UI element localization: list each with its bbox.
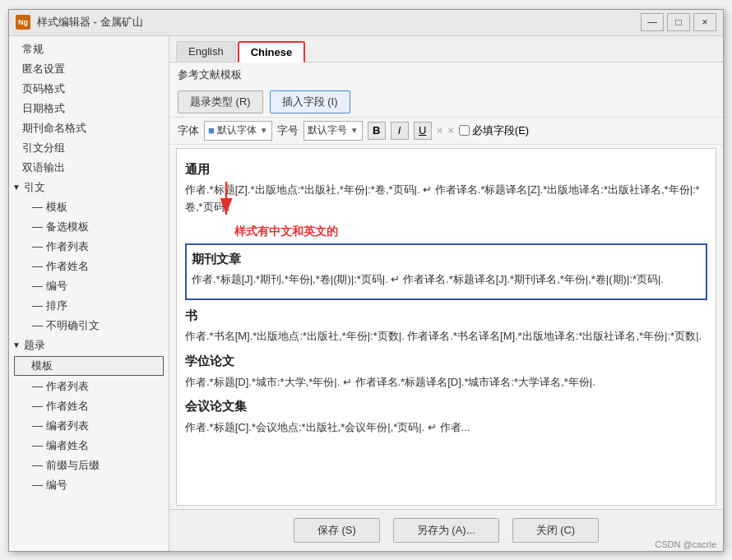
size-select[interactable]: 默认字号 ▼ xyxy=(303,121,363,141)
app-icon: Ng xyxy=(16,15,30,30)
font-select-arrow: ▼ xyxy=(260,126,268,135)
window-title: 样式编辑器 - 金属矿山 xyxy=(37,15,143,30)
sidebar-child-zuozheliebiao1[interactable]: — 作者列表 xyxy=(9,237,169,257)
sidebar-child-zuozheliebiao2[interactable]: — 作者列表 xyxy=(9,377,169,396)
bold-button[interactable]: B xyxy=(368,122,386,140)
size-select-arrow: ▼ xyxy=(350,126,359,135)
italic-button[interactable]: I xyxy=(391,122,409,140)
required-field-checkbox[interactable] xyxy=(459,125,470,136)
sidebar-group-tilu[interactable]: ▼ 题录 xyxy=(9,336,169,355)
sidebar-child-zuozhexingming2[interactable]: — 作者姓名 xyxy=(9,396,169,416)
sidebar-item-riqi[interactable]: 日期格式 xyxy=(9,99,169,118)
sidebar-item-niming[interactable]: 匿名设置 xyxy=(9,59,169,79)
main-window: Ng 样式编辑器 - 金属矿山 — □ × 常规 匿名设置 页码格式 日期格式 … xyxy=(8,9,724,552)
sidebar-child-muban2[interactable]: 模板 xyxy=(14,356,164,376)
chevron-icon: ▼ xyxy=(12,183,21,192)
sidebar-child-bumingque[interactable]: — 不明确引文 xyxy=(9,316,169,336)
sep2: × xyxy=(447,124,454,137)
section-body-tongyong: 作者.*标题[Z].*出版地点:*出版社,*年份|:*卷,*页码|. ↵ 作者译… xyxy=(185,182,707,216)
annotation-text: 样式有中文和英文的 xyxy=(234,224,338,238)
toolbar-row: 题录类型 (R) 插入字段 (I) xyxy=(169,87,723,117)
section-body-qikan: 作者.*标题[J].*期刊,*年份|,*卷|(期)|:*页码|. ↵ 作者译名.… xyxy=(192,271,701,289)
font-row: 字体 ■ 默认字体 ▼ 字号 默认字号 ▼ B I U × × 必填字段 xyxy=(169,117,723,145)
section-title-tongyong: 通用 xyxy=(185,160,707,179)
sidebar-group-tilu-label: 题录 xyxy=(24,338,45,353)
annotation-container: 样式有中文和英文的 xyxy=(185,223,707,240)
required-field-checkbox-label[interactable]: 必填字段(E) xyxy=(459,123,529,138)
section-title-shu: 书 xyxy=(185,307,707,326)
size-label: 字号 xyxy=(277,123,299,138)
title-bar-left: Ng 样式编辑器 - 金属矿山 xyxy=(16,15,143,30)
section-title-qikan: 期刊文章 xyxy=(192,250,701,269)
bottom-bar: 保存 (S) 另存为 (A)... 关闭 (C) CSDN @cacrle xyxy=(169,509,723,551)
sidebar-child-zuozhexingming1[interactable]: — 作者姓名 xyxy=(9,257,169,276)
font-icon: ■ xyxy=(208,124,215,137)
minimize-button[interactable]: — xyxy=(641,13,664,31)
sidebar-child-paixu[interactable]: — 排序 xyxy=(9,296,169,316)
title-bar-controls: — □ × xyxy=(641,13,716,31)
sidebar-child-bianhao1[interactable]: — 编号 xyxy=(9,276,169,296)
chevron-icon-2: ▼ xyxy=(12,340,21,349)
close-dialog-button[interactable]: 关闭 (C) xyxy=(512,518,600,543)
section-title-huiyi: 会议论文集 xyxy=(185,397,707,416)
tabs-bar: English Chinese xyxy=(169,36,723,62)
record-type-button[interactable]: 题录类型 (R) xyxy=(178,90,263,113)
sidebar-child-bianzhelist[interactable]: — 编者列表 xyxy=(9,416,169,436)
section-body-huiyi: 作者.*标题[C].*会议地点:*出版社,*会议年份|,*页码|. ↵ 作者..… xyxy=(185,419,707,437)
underline-button[interactable]: U xyxy=(414,122,432,140)
watermark: CSDN @cacrle xyxy=(655,539,716,549)
font-select-text: 默认字体 xyxy=(217,123,257,137)
sidebar-child-muban1[interactable]: — 模板 xyxy=(9,197,169,217)
size-select-text: 默认字号 xyxy=(308,123,347,137)
section-body-xuewei: 作者.*标题[D].*城市:*大学,*年份|. ↵ 作者译名.*标题译名[D].… xyxy=(185,374,707,391)
section-header: 参考文献模板 xyxy=(169,62,723,87)
section-title-xuewei: 学位论文 xyxy=(185,352,707,371)
editor-area[interactable]: 通用 作者.*标题[Z].*出版地点:*出版社,*年份|:*卷,*页码|. ↵ … xyxy=(176,148,716,506)
title-bar: Ng 样式编辑器 - 金属矿山 — □ × xyxy=(9,10,723,36)
close-button[interactable]: × xyxy=(693,13,716,31)
main-content: 常规 匿名设置 页码格式 日期格式 期刊命名格式 引文分组 双语输出 ▼ 引文 … xyxy=(9,36,723,551)
section-qikan: 期刊文章 作者.*标题[J].*期刊,*年份|,*卷|(期)|:*页码|. ↵ … xyxy=(185,243,707,300)
tab-english[interactable]: English xyxy=(176,41,236,62)
right-panel: English Chinese 参考文献模板 题录类型 (R) 插入字段 (I)… xyxy=(169,36,723,551)
sidebar-group-yinwen-label: 引文 xyxy=(24,180,45,195)
font-label: 字体 xyxy=(178,123,199,138)
sidebar-item-shuangyu[interactable]: 双语输出 xyxy=(9,158,169,178)
sidebar-child-bianhao2[interactable]: — 编号 xyxy=(9,475,169,495)
insert-field-button[interactable]: 插入字段 (I) xyxy=(270,90,350,113)
save-button[interactable]: 保存 (S) xyxy=(294,518,380,543)
sidebar-child-beimuban[interactable]: — 备选模板 xyxy=(9,217,169,237)
sep1: × xyxy=(437,124,443,137)
sidebar-child-bianzhexingming[interactable]: — 编者姓名 xyxy=(9,436,169,456)
required-field-label: 必填字段(E) xyxy=(472,123,529,138)
sidebar-item-yema[interactable]: 页码格式 xyxy=(9,79,169,99)
save-as-button[interactable]: 另存为 (A)... xyxy=(393,518,499,543)
sidebar-item-qikan[interactable]: 期刊命名格式 xyxy=(9,118,169,138)
maximize-button[interactable]: □ xyxy=(667,13,690,31)
sidebar-group-yinwen[interactable]: ▼ 引文 xyxy=(9,178,169,197)
tab-chinese[interactable]: Chinese xyxy=(238,41,306,62)
sidebar-item-changgui[interactable]: 常规 xyxy=(9,39,169,59)
sidebar: 常规 匿名设置 页码格式 日期格式 期刊命名格式 引文分组 双语输出 ▼ 引文 … xyxy=(9,36,169,551)
section-body-shu: 作者.*书名[M].*出版地点:*出版社,*年份|:*页数|. 作者译名.*书名… xyxy=(185,328,707,345)
sidebar-item-yinwen[interactable]: 引文分组 xyxy=(9,138,169,158)
sidebar-child-qianzui[interactable]: — 前缀与后缀 xyxy=(9,456,169,475)
font-select[interactable]: ■ 默认字体 ▼ xyxy=(204,121,272,141)
